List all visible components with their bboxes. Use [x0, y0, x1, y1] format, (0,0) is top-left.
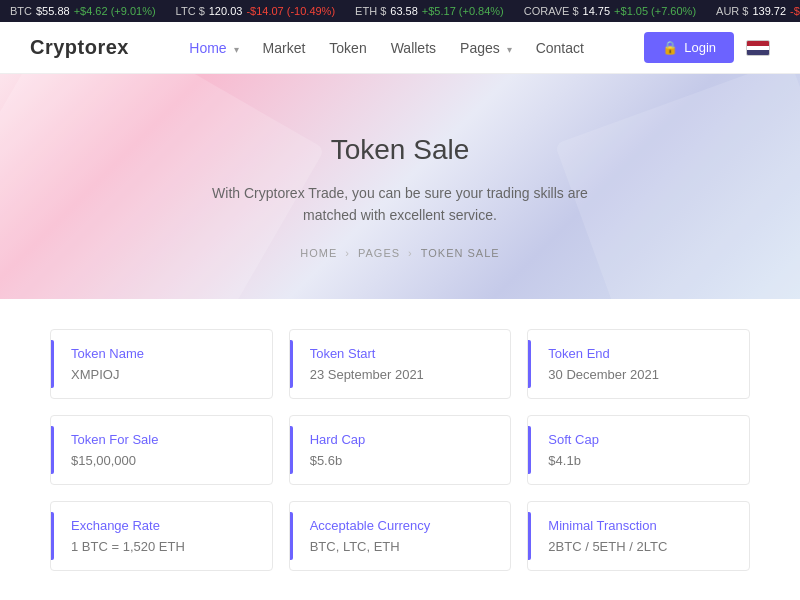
token-start-value: 23 September 2021	[310, 367, 491, 382]
soft-cap-label: Soft Cap	[548, 432, 729, 447]
navbar: Cryptorex Home ▾ Market Token Wallets Pa…	[0, 22, 800, 74]
ticker-corave-change: +$1.05 (+7.60%)	[614, 5, 696, 17]
ticker-eth-price: 63.58	[390, 5, 418, 17]
ticker-aur-name: AUR $	[716, 5, 748, 17]
exchange-rate-label: Exchange Rate	[71, 518, 252, 533]
token-end-value: 30 December 2021	[548, 367, 729, 382]
info-grid-row1: Token Name XMPIOJ Token Start 23 Septemb…	[50, 329, 750, 399]
token-start-label: Token Start	[310, 346, 491, 361]
nav-item-contact[interactable]: Contact	[536, 40, 584, 56]
ticker-btc-name: BTC	[10, 5, 32, 17]
nav-link-home[interactable]: Home ▾	[189, 40, 238, 56]
token-for-sale-label: Token For Sale	[71, 432, 252, 447]
breadcrumb-pages[interactable]: PAGES	[358, 247, 400, 259]
nav-pages-label: Pages	[460, 40, 500, 56]
nav-token-label: Token	[329, 40, 366, 56]
minimal-transction-value: 2BTC / 5ETH / 2LTC	[548, 539, 729, 554]
ticker-item-btc: BTC $55.88 +$4.62 (+9.01%)	[10, 5, 156, 17]
ticker-item-aur: AUR $ 139.72 -$11.41 (-7.55%)	[716, 5, 800, 17]
info-card-exchange-rate: Exchange Rate 1 BTC = 1,520 ETH	[50, 501, 273, 571]
ticker-corave-price: 14.75	[583, 5, 611, 17]
ticker-ltc-name: LTC $	[176, 5, 205, 17]
language-flag[interactable]	[746, 40, 770, 56]
nav-contact-label: Contact	[536, 40, 584, 56]
nav-item-token[interactable]: Token	[329, 40, 366, 56]
acceptable-currency-label: Acceptable Currency	[310, 518, 491, 533]
hard-cap-value: $5.6b	[310, 453, 491, 468]
hero-subtitle: With Cryptorex Trade, you can be sure yo…	[200, 182, 600, 227]
info-card-token-name: Token Name XMPIOJ	[50, 329, 273, 399]
acceptable-currency-value: BTC, LTC, ETH	[310, 539, 491, 554]
nav-link-token[interactable]: Token	[329, 40, 366, 56]
nav-item-pages[interactable]: Pages ▾	[460, 40, 512, 56]
nav-home-label: Home	[189, 40, 226, 56]
breadcrumb-home[interactable]: HOME	[300, 247, 337, 259]
minimal-transction-label: Minimal Transction	[548, 518, 729, 533]
ticker-aur-change: -$11.41 (-7.55%)	[790, 5, 800, 17]
nav-right: 🔒 Login	[644, 32, 770, 63]
ticker-aur-price: 139.72	[752, 5, 786, 17]
ticker-inner: BTC $55.88 +$4.62 (+9.01%) LTC $ 120.03 …	[0, 5, 800, 17]
ticker-ltc-price: 120.03	[209, 5, 243, 17]
exchange-rate-value: 1 BTC = 1,520 ETH	[71, 539, 252, 554]
breadcrumb: HOME › PAGES › TOKEN SALE	[20, 247, 780, 259]
ticker-eth-change: +$5.17 (+0.84%)	[422, 5, 504, 17]
info-card-hard-cap: Hard Cap $5.6b	[289, 415, 512, 485]
token-end-label: Token End	[548, 346, 729, 361]
info-card-token-end: Token End 30 December 2021	[527, 329, 750, 399]
breadcrumb-current: TOKEN SALE	[421, 247, 500, 259]
ticker-ltc-change: -$14.07 (-10.49%)	[246, 5, 335, 17]
nav-link-pages[interactable]: Pages ▾	[460, 40, 512, 56]
chevron-down-icon-pages: ▾	[507, 44, 512, 55]
nav-market-label: Market	[263, 40, 306, 56]
info-card-soft-cap: Soft Cap $4.1b	[527, 415, 750, 485]
breadcrumb-sep-1: ›	[345, 247, 350, 259]
nav-item-wallets[interactable]: Wallets	[391, 40, 436, 56]
site-logo: Cryptorex	[30, 36, 129, 59]
main-content: Token Name XMPIOJ Token Start 23 Septemb…	[0, 299, 800, 591]
nav-item-market[interactable]: Market	[263, 40, 306, 56]
ticker-item-corave: CORAVE $ 14.75 +$1.05 (+7.60%)	[524, 5, 696, 17]
nav-wallets-label: Wallets	[391, 40, 436, 56]
page-title: Token Sale	[20, 134, 780, 166]
ticker-corave-name: CORAVE $	[524, 5, 579, 17]
nav-link-market[interactable]: Market	[263, 40, 306, 56]
ticker-btc-change: +$4.62 (+9.01%)	[74, 5, 156, 17]
token-name-label: Token Name	[71, 346, 252, 361]
nav-item-home[interactable]: Home ▾	[189, 40, 238, 56]
info-card-minimal-transction: Minimal Transction 2BTC / 5ETH / 2LTC	[527, 501, 750, 571]
info-grid-row2: Token For Sale $15,00,000 Hard Cap $5.6b…	[50, 415, 750, 485]
nav-link-wallets[interactable]: Wallets	[391, 40, 436, 56]
hero-section: Token Sale With Cryptorex Trade, you can…	[0, 74, 800, 299]
info-card-token-for-sale: Token For Sale $15,00,000	[50, 415, 273, 485]
nav-link-contact[interactable]: Contact	[536, 40, 584, 56]
soft-cap-value: $4.1b	[548, 453, 729, 468]
hard-cap-label: Hard Cap	[310, 432, 491, 447]
info-card-token-start: Token Start 23 September 2021	[289, 329, 512, 399]
nav-links: Home ▾ Market Token Wallets Pages ▾	[189, 40, 584, 56]
info-card-acceptable-currency: Acceptable Currency BTC, LTC, ETH	[289, 501, 512, 571]
token-name-value: XMPIOJ	[71, 367, 252, 382]
ticker-btc-price: $55.88	[36, 5, 70, 17]
ticker-item-eth: ETH $ 63.58 +$5.17 (+0.84%)	[355, 5, 504, 17]
info-grid-row3: Exchange Rate 1 BTC = 1,520 ETH Acceptab…	[50, 501, 750, 571]
ticker-item-ltc: LTC $ 120.03 -$14.07 (-10.49%)	[176, 5, 335, 17]
ticker-bar: BTC $55.88 +$4.62 (+9.01%) LTC $ 120.03 …	[0, 0, 800, 22]
chevron-down-icon: ▾	[234, 44, 239, 55]
token-for-sale-value: $15,00,000	[71, 453, 252, 468]
ticker-eth-name: ETH $	[355, 5, 386, 17]
login-label: Login	[684, 40, 716, 55]
login-button[interactable]: 🔒 Login	[644, 32, 734, 63]
lock-icon: 🔒	[662, 40, 678, 55]
breadcrumb-sep-2: ›	[408, 247, 413, 259]
